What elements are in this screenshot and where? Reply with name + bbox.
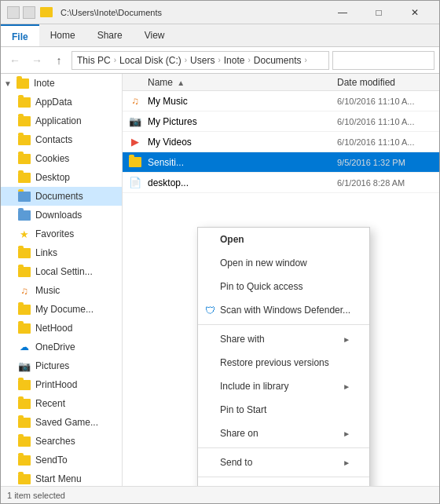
- sep5: ›: [305, 56, 307, 64]
- file-name-mypictures: My Pictures: [148, 116, 337, 127]
- file-item-mypictures[interactable]: 📷 My Pictures 6/10/2016 11:10 A...: [123, 111, 439, 132]
- ctx-label-open-new-window: Open in new window: [220, 257, 307, 268]
- sidebar-item-cookies[interactable]: Cookies: [1, 149, 122, 168]
- ctx-pin-start[interactable]: Pin to Start: [198, 398, 369, 422]
- shield-icon: 🛡: [203, 303, 217, 317]
- forward-button[interactable]: →: [28, 51, 46, 70]
- sidebar-label-pictures: Pictures: [35, 360, 69, 371]
- file-item-desktop[interactable]: 📄 desktop... 6/1/2016 8:28 AM: [123, 173, 439, 193]
- ctx-label-send-to: Send to: [220, 457, 252, 468]
- breadcrumb-local-disk[interactable]: Local Disk (C:): [119, 55, 182, 66]
- sidebar-label-appdata: AppData: [35, 97, 72, 108]
- minimize-button[interactable]: —: [324, 1, 361, 24]
- folder-icon-savedgames: [18, 418, 31, 428]
- tab-view[interactable]: View: [134, 24, 176, 46]
- sidebar-item-inote[interactable]: ▼ Inote: [1, 74, 122, 93]
- tab-home[interactable]: Home: [39, 24, 86, 46]
- breadcrumb-inote[interactable]: Inote: [224, 55, 245, 66]
- chevron-icon: ▼: [4, 79, 12, 88]
- sidebar-item-localsetting[interactable]: Local Settin...: [1, 262, 122, 281]
- sidebar-label-application: Application: [35, 115, 82, 126]
- address-breadcrumb[interactable]: This PC › Local Disk (C:) › Users › Inot…: [72, 51, 329, 70]
- submenu-arrow-share-with: ►: [343, 335, 350, 344]
- sidebar-label-links: Links: [35, 247, 57, 258]
- sidebar-item-desktop[interactable]: Desktop: [1, 168, 122, 187]
- sidebar-item-startmenu[interactable]: Start Menu: [1, 469, 122, 486]
- sep1: ›: [114, 56, 116, 64]
- sidebar-label-music: Music: [35, 285, 60, 296]
- file-date-mymusic: 6/10/2016 11:10 A...: [337, 97, 439, 106]
- sidebar-item-recent[interactable]: Recent: [1, 394, 122, 413]
- sidebar-item-sendto[interactable]: SendTo: [1, 451, 122, 469]
- up-button[interactable]: ↑: [50, 51, 68, 70]
- ctx-scan-defender[interactable]: 🛡 Scan with Windows Defender...: [198, 298, 369, 322]
- sidebar-item-mydocuments[interactable]: My Docume...: [1, 300, 122, 319]
- ctx-open[interactable]: Open: [198, 228, 369, 251]
- ctx-send-to[interactable]: Send to ►: [198, 451, 369, 474]
- sidebar-item-contacts[interactable]: Contacts: [1, 130, 122, 149]
- sidebar-item-savedgames[interactable]: Saved Game...: [1, 413, 122, 432]
- search-input[interactable]: [332, 51, 434, 70]
- music-icon: ♫: [18, 284, 31, 297]
- title-bar: C:\Users\Inote\Documents — □ ✕: [1, 1, 439, 24]
- pictures-file-icon: 📷: [129, 115, 141, 127]
- ctx-label-pin-quick-access: Pin to Quick access: [220, 281, 302, 292]
- sidebar-item-downloads[interactable]: Downloads: [1, 206, 122, 225]
- sidebar: ▼ Inote AppData Application Contacts Coo…: [1, 74, 123, 486]
- sep3: ›: [218, 56, 220, 64]
- ribbon: File Home Share View: [1, 24, 439, 47]
- sidebar-item-links[interactable]: Links: [1, 243, 122, 262]
- file-name-desktop: desktop...: [148, 177, 337, 188]
- ctx-restore-previous[interactable]: Restore previous versions: [198, 351, 369, 374]
- col-date-header[interactable]: Date modified: [337, 77, 439, 88]
- sidebar-item-appdata[interactable]: AppData: [1, 93, 122, 111]
- breadcrumb-this-pc[interactable]: This PC: [77, 55, 111, 66]
- back-button[interactable]: ←: [6, 51, 24, 70]
- ribbon-tabs: File Home Share View: [1, 24, 439, 46]
- ctx-pin-quick-access[interactable]: Pin to Quick access: [198, 275, 369, 298]
- maximize-button[interactable]: □: [361, 1, 397, 24]
- folder-icon-inote: [16, 79, 29, 89]
- tab-file[interactable]: File: [1, 24, 39, 46]
- sidebar-item-documents[interactable]: Documents: [1, 187, 122, 206]
- breadcrumb-users[interactable]: Users: [190, 55, 214, 66]
- folder-icon-cookies: [18, 154, 31, 164]
- sidebar-label-printhood: PrintHood: [35, 379, 77, 390]
- ctx-share-on[interactable]: Share on ►: [198, 422, 369, 445]
- folder-icon-links: [18, 248, 31, 258]
- folder-icon-documents: [18, 192, 31, 202]
- close-button[interactable]: ✕: [397, 1, 433, 24]
- tab-share[interactable]: Share: [86, 24, 134, 46]
- file-icon-desktop: 📄: [123, 177, 148, 188]
- file-item-myvideos[interactable]: ▶ My Videos 6/10/2016 11:10 A...: [123, 132, 439, 152]
- file-item-sensitive[interactable]: Sensiti... 9/5/2016 1:32 PM: [123, 152, 439, 173]
- ctx-include-library[interactable]: Include in library ►: [198, 374, 369, 398]
- folder-icon-contacts: [18, 135, 31, 145]
- file-icon-sensitive: [123, 157, 148, 167]
- col-name-header[interactable]: Name ▲: [123, 77, 337, 88]
- sidebar-item-nethood[interactable]: NetHood: [1, 319, 122, 338]
- sidebar-label-downloads: Downloads: [35, 210, 82, 221]
- sidebar-item-pictures[interactable]: 📷 Pictures: [1, 356, 122, 375]
- sidebar-label-recent: Recent: [35, 398, 65, 409]
- sidebar-item-onedrive[interactable]: ☁ OneDrive: [1, 338, 122, 356]
- folder-icon-recent: [18, 399, 31, 409]
- sidebar-label-favorites: Favorites: [35, 228, 74, 239]
- file-icon-myvideos: ▶: [123, 136, 148, 148]
- ctx-open-new-window[interactable]: Open in new window: [198, 251, 369, 275]
- breadcrumb-documents[interactable]: Documents: [254, 55, 302, 66]
- file-date-desktop: 6/1/2016 8:28 AM: [337, 178, 439, 188]
- sidebar-item-music[interactable]: ♫ Music: [1, 281, 122, 300]
- sidebar-item-searches[interactable]: Searches: [1, 432, 122, 451]
- ctx-sep2: [198, 447, 369, 448]
- folder-icon-sendto: [18, 455, 31, 466]
- system-icon: [7, 6, 20, 19]
- sidebar-item-application[interactable]: Application: [1, 111, 122, 130]
- ctx-share-with[interactable]: Share with ►: [198, 327, 369, 351]
- sidebar-item-favorites[interactable]: ★ Favorites: [1, 225, 122, 243]
- ctx-cut[interactable]: Cut: [198, 480, 369, 486]
- file-item-mymusic[interactable]: ♫ My Music 6/10/2016 11:10 A...: [123, 91, 439, 111]
- folder-icon-startmenu: [18, 474, 31, 484]
- folder-icon-searches: [18, 436, 31, 447]
- sidebar-item-printhood[interactable]: PrintHood: [1, 375, 122, 394]
